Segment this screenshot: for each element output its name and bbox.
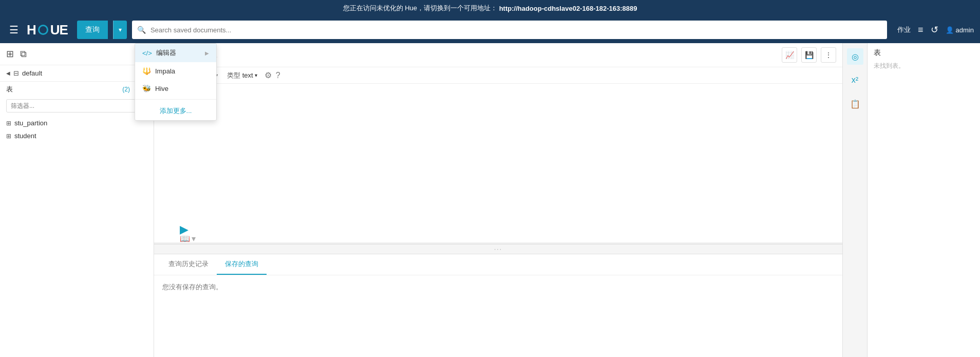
- header: ☰ HUE 查询 ▾ 🔍 作业 ≡ ↺ 👤 admin: [0, 16, 980, 43]
- description-input[interactable]: [160, 51, 778, 59]
- far-right-title: 表: [874, 48, 974, 58]
- logo: HUE: [27, 22, 68, 38]
- menu-icon[interactable]: ☰: [6, 21, 22, 39]
- impala-label: Impala: [155, 67, 175, 75]
- search-icon: 🔍: [137, 26, 146, 34]
- table-item[interactable]: ⊞ student: [0, 129, 154, 142]
- table-grid-icon: ⊞: [6, 133, 11, 140]
- type-drop-arrow-icon: ▾: [255, 72, 257, 78]
- editor-submenu-label: 编辑器: [156, 48, 176, 58]
- editor-submenu-left: </> 编辑器: [142, 48, 176, 58]
- admin-menu[interactable]: 👤 admin: [946, 26, 974, 34]
- tab-history[interactable]: 查询历史记录: [160, 254, 217, 275]
- right-sidebar: ◎ x² 📋: [842, 43, 867, 357]
- search-input[interactable]: [132, 21, 887, 39]
- bottom-panel: 查询历史记录 保存的查询 您没有保存的查询。: [154, 254, 842, 357]
- bottom-tabs: 查询历史记录 保存的查询: [154, 254, 842, 275]
- chart-icon-btn[interactable]: 📈: [782, 47, 797, 63]
- right-icon-chart[interactable]: ◎: [847, 48, 863, 65]
- jobs-label[interactable]: 作业: [897, 25, 911, 34]
- type-value: text: [242, 71, 253, 79]
- more-icon-btn[interactable]: ⋮: [821, 47, 836, 63]
- table-filter-input[interactable]: [6, 99, 147, 112]
- header-right: 作业 ≡ ↺ 👤 admin: [897, 24, 974, 35]
- db-selector: Database default ▾ 类型 text ▾ ⚙ ?: [154, 67, 842, 84]
- notification-bar: 您正在访问未优化的 Hue，请切换到一个可用地址： http://hadoop-…: [0, 0, 980, 16]
- db-stack-icon: ⊟: [13, 69, 19, 77]
- book-icon-btn[interactable]: 📖 ▾: [180, 234, 196, 243]
- impala-icon: 🔱: [142, 67, 151, 75]
- bottom-content: 您没有保存的查询。: [154, 275, 842, 299]
- table-count: (2): [122, 86, 130, 93]
- notification-text: 您正在访问未优化的 Hue，请切换到一个可用地址：: [343, 4, 497, 13]
- chevron-right-icon: ▶: [205, 50, 209, 56]
- table-name: student: [14, 132, 36, 140]
- table-header: 表 (2) ＋ ↻: [0, 82, 154, 97]
- table-grid-icon: ⊞: [6, 120, 11, 127]
- book-icon: 📖: [180, 234, 190, 243]
- hive-item[interactable]: 🐝 Hive: [135, 80, 216, 97]
- admin-label: admin: [956, 26, 974, 34]
- editor-submenu-item[interactable]: </> 编辑器 ▶: [135, 44, 216, 62]
- left-sidebar: ⊞ ⧉ ◀ ⊟ default 表 (2) ＋ ↻ ⊞ stu_partion …: [0, 43, 154, 357]
- type-dropdown[interactable]: text ▾: [242, 71, 257, 79]
- hive-icon: 🐝: [142, 84, 151, 92]
- toolbar-icons: 📈 💾 ⋮: [782, 47, 836, 63]
- add-more-button[interactable]: 添加更多...: [135, 102, 216, 120]
- table-name: stu_partion: [14, 119, 47, 127]
- hive-label: Hive: [155, 85, 168, 92]
- query-button[interactable]: 查询: [77, 21, 108, 39]
- query-arrow-button[interactable]: ▾: [113, 21, 127, 39]
- save-icon-btn[interactable]: 💾: [801, 47, 817, 63]
- center-panel: 📈 💾 ⋮ Database default ▾ 类型 text ▾ ⚙ ?: [154, 43, 842, 357]
- table-list: ⊞ stu_partion ⊞ student: [0, 115, 154, 144]
- settings-icon[interactable]: ⚙: [265, 70, 272, 80]
- refresh-icon[interactable]: ↺: [931, 24, 938, 35]
- code-icon: </>: [142, 49, 152, 57]
- copy-icon[interactable]: ⧉: [20, 49, 27, 60]
- table-item[interactable]: ⊞ stu_partion: [0, 117, 154, 129]
- right-icon-book[interactable]: 📋: [847, 96, 863, 112]
- database-icon[interactable]: ⊞: [6, 48, 14, 60]
- type-label: 类型: [227, 71, 240, 80]
- help-icon[interactable]: ?: [276, 71, 280, 80]
- type-selector: 类型 text ▾: [227, 71, 257, 80]
- far-right-panel: 表 未找到表。: [867, 43, 980, 357]
- chevron-left-icon: ◀: [6, 70, 10, 76]
- empty-saved-message: 您没有保存的查询。: [162, 283, 222, 291]
- list-icon[interactable]: ≡: [918, 25, 924, 35]
- right-icon-superscript[interactable]: x²: [847, 72, 863, 88]
- query-toolbar: 📈 💾 ⋮: [154, 43, 842, 67]
- table-label: 表: [6, 85, 13, 94]
- editor-area: 1 2 ▶ 📖 ▾: [154, 84, 842, 244]
- db-name: default: [22, 69, 42, 77]
- far-right-empty: 未找到表。: [874, 62, 974, 70]
- search-wrapper: 🔍: [132, 21, 887, 39]
- book-arrow: ▾: [192, 234, 196, 243]
- resize-handle[interactable]: ···: [154, 244, 842, 254]
- sidebar-icons: ⊞ ⧉: [0, 43, 154, 65]
- admin-icon: 👤: [946, 26, 954, 34]
- db-header[interactable]: ◀ ⊟ default: [0, 65, 154, 82]
- impala-item[interactable]: 🔱 Impala: [135, 62, 216, 80]
- dropdown-menu: </> 编辑器 ▶ 🔱 Impala 🐝 Hive 添加更多...: [135, 43, 217, 121]
- tab-saved[interactable]: 保存的查询: [217, 254, 267, 275]
- notification-url[interactable]: http://hadoop-cdhslave02-168-182-163:888…: [499, 5, 637, 12]
- dropdown-divider: [135, 99, 216, 100]
